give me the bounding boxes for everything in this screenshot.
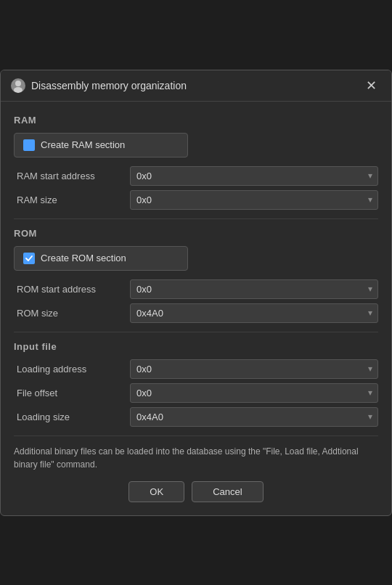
create-ram-checkbox-row[interactable]: Create RAM section	[14, 133, 188, 158]
file-offset-wrapper: 0x0	[130, 383, 378, 403]
dialog-window: Disassembly memory organization ✕ RAM Cr…	[0, 70, 392, 516]
rom-size-label: ROM size	[14, 308, 130, 319]
rom-inputfile-divider	[14, 332, 378, 332]
ram-start-address-wrapper: 0x0	[130, 166, 378, 186]
file-offset-select[interactable]: 0x0	[130, 383, 378, 403]
ram-header: RAM	[14, 115, 378, 126]
create-rom-checkbox-row[interactable]: Create ROM section	[14, 246, 188, 271]
svg-point-0	[15, 81, 21, 86]
loading-address-row: Loading address 0x0	[14, 359, 378, 379]
info-text: Additional binary files can be loaded in…	[14, 445, 378, 471]
loading-size-wrapper: 0x4A0	[130, 407, 378, 427]
create-ram-checkbox[interactable]	[23, 139, 35, 151]
dialog-title: Disassembly memory organization	[31, 80, 187, 91]
file-offset-row: File offset 0x0	[14, 383, 378, 403]
create-rom-label: Create ROM section	[41, 253, 126, 263]
info-divider	[14, 435, 378, 436]
ram-size-select[interactable]: 0x0	[130, 190, 378, 210]
file-offset-label: File offset	[14, 388, 130, 398]
ram-start-address-row: RAM start address 0x0	[14, 166, 378, 186]
rom-size-row: ROM size 0x4A0	[14, 303, 378, 323]
rom-size-wrapper: 0x4A0	[130, 303, 378, 323]
ram-section: RAM Create RAM section RAM start address…	[14, 115, 378, 210]
rom-start-address-wrapper: 0x0	[130, 279, 378, 299]
create-ram-label: Create RAM section	[41, 139, 125, 150]
loading-size-label: Loading size	[14, 412, 130, 422]
ram-size-row: RAM size 0x0	[14, 190, 378, 210]
ram-start-address-label: RAM start address	[14, 171, 130, 181]
ram-size-label: RAM size	[14, 195, 130, 205]
rom-start-address-row: ROM start address 0x0	[14, 279, 378, 299]
close-button[interactable]: ✕	[362, 78, 381, 94]
rom-header: ROM	[14, 228, 378, 239]
rom-section: ROM Create ROM section ROM start address…	[14, 228, 378, 323]
loading-size-select[interactable]: 0x4A0	[130, 407, 378, 427]
app-icon	[11, 78, 25, 93]
rom-size-select[interactable]: 0x4A0	[130, 303, 378, 323]
input-file-section: Input file Loading address 0x0 File offs…	[14, 341, 378, 427]
ok-button[interactable]: OK	[128, 481, 184, 502]
loading-address-select[interactable]: 0x0	[130, 359, 378, 379]
input-file-header: Input file	[14, 341, 378, 352]
ram-size-wrapper: 0x0	[130, 190, 378, 210]
loading-address-label: Loading address	[14, 364, 130, 375]
ram-rom-divider	[14, 218, 378, 219]
button-row: OK Cancel	[14, 481, 378, 505]
title-bar-left: Disassembly memory organization	[11, 78, 187, 93]
svg-point-1	[14, 87, 23, 93]
loading-size-row: Loading size 0x4A0	[14, 407, 378, 427]
rom-start-address-label: ROM start address	[14, 284, 130, 295]
dialog-body: RAM Create RAM section RAM start address…	[1, 102, 391, 515]
ram-start-address-select[interactable]: 0x0	[130, 166, 378, 186]
title-bar: Disassembly memory organization ✕	[1, 70, 391, 102]
loading-address-wrapper: 0x0	[130, 359, 378, 379]
cancel-button[interactable]: Cancel	[192, 481, 263, 502]
create-rom-checkbox[interactable]	[23, 253, 35, 264]
rom-start-address-select[interactable]: 0x0	[130, 279, 378, 299]
